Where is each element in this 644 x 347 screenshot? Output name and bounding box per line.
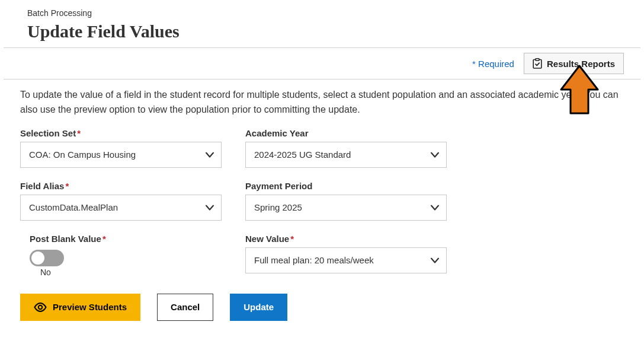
svg-rect-1 — [536, 59, 539, 61]
label-text: Post Blank Value — [30, 234, 101, 244]
breadcrumb: Batch Processing — [27, 8, 640, 18]
preview-students-label: Preview Students — [53, 302, 127, 312]
page-root: Batch Processing Update Field Values * R… — [0, 0, 644, 321]
preview-students-button[interactable]: Preview Students — [20, 294, 140, 321]
results-reports-label: Results Reports — [547, 59, 615, 69]
results-reports-button[interactable]: Results Reports — [524, 53, 624, 74]
required-asterisk: * — [102, 234, 106, 244]
form: Selection Set* COA: On Campus Housing Ac… — [4, 128, 640, 277]
required-asterisk: * — [290, 234, 294, 244]
topbar: * Required Results Reports — [4, 48, 640, 79]
cancel-button[interactable]: Cancel — [157, 294, 213, 321]
selection-set-select[interactable]: COA: On Campus Housing — [20, 142, 222, 168]
selection-set-value: COA: On Campus Housing — [29, 149, 136, 160]
payment-period-value: Spring 2025 — [254, 202, 302, 212]
new-value-value: Full meal plan: 20 meals/week — [254, 255, 374, 265]
required-asterisk: * — [65, 181, 69, 191]
selection-set-label: Selection Set* — [20, 128, 222, 138]
academic-year-field: Academic Year 2024-2025 UG Standard — [245, 128, 447, 168]
svg-point-2 — [39, 305, 42, 308]
post-blank-toggle[interactable] — [30, 250, 64, 266]
selection-set-field: Selection Set* COA: On Campus Housing — [20, 128, 222, 168]
cancel-label: Cancel — [171, 302, 200, 312]
chevron-down-icon — [431, 255, 439, 265]
field-alias-value: CustomData.MealPlan — [29, 202, 118, 212]
field-alias-select[interactable]: CustomData.MealPlan — [20, 195, 222, 221]
label-text: Payment Period — [245, 181, 312, 191]
label-text: Academic Year — [245, 128, 308, 138]
academic-year-select[interactable]: 2024-2025 UG Standard — [245, 142, 447, 168]
label-text: Field Alias — [20, 181, 64, 191]
label-text: Selection Set — [20, 128, 76, 138]
toggle-knob — [31, 252, 44, 265]
page-title: Update Field Values — [27, 21, 640, 42]
chevron-down-icon — [206, 202, 214, 212]
post-blank-label: Post Blank Value* — [30, 234, 222, 244]
eye-icon — [34, 303, 47, 312]
new-value-label: New Value* — [245, 234, 447, 244]
field-alias-label: Field Alias* — [20, 181, 222, 191]
required-indicator: * Required — [472, 59, 514, 69]
new-value-field: New Value* Full meal plan: 20 meals/week — [245, 234, 447, 277]
payment-period-label: Payment Period — [245, 181, 447, 191]
update-button[interactable]: Update — [230, 294, 287, 321]
clipboard-check-icon — [533, 58, 542, 69]
academic-year-value: 2024-2025 UG Standard — [254, 149, 351, 160]
post-blank-field: Post Blank Value* No — [20, 234, 222, 277]
chevron-down-icon — [431, 149, 439, 160]
academic-year-label: Academic Year — [245, 128, 447, 138]
required-asterisk: * — [77, 128, 81, 138]
payment-period-field: Payment Period Spring 2025 — [245, 181, 447, 221]
page-description: To update the value of a field in the st… — [4, 79, 640, 128]
chevron-down-icon — [206, 149, 214, 160]
update-label: Update — [243, 302, 274, 312]
chevron-down-icon — [431, 202, 439, 212]
post-blank-state: No — [40, 268, 222, 277]
label-text: New Value — [245, 234, 289, 244]
new-value-select[interactable]: Full meal plan: 20 meals/week — [245, 247, 447, 273]
field-alias-field: Field Alias* CustomData.MealPlan — [20, 181, 222, 221]
payment-period-select[interactable]: Spring 2025 — [245, 195, 447, 221]
action-bar: Preview Students Cancel Update — [4, 277, 640, 321]
